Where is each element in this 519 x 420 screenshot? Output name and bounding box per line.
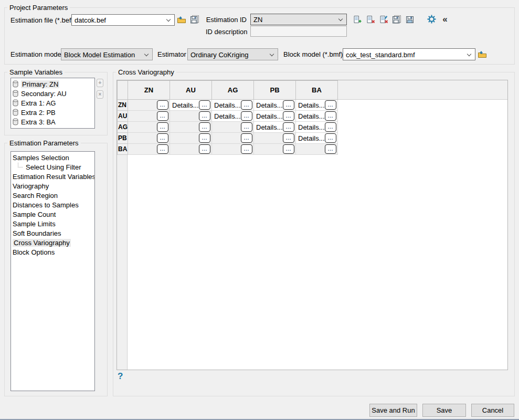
save-file-icon[interactable] [190, 15, 199, 24]
sample-variables-list: Primary: ZNSecondary: AUExtra 1: AGExtra… [10, 78, 95, 129]
variogram-edit-button-zn-ba[interactable]: ... [325, 100, 336, 110]
delete-id-icon[interactable] [366, 15, 375, 24]
help-icon[interactable]: ? [118, 371, 123, 382]
variogram-edit-button-ag-zn[interactable]: ... [157, 122, 168, 132]
collapse-icon[interactable]: « [440, 15, 450, 24]
add-id-icon[interactable] [353, 15, 362, 24]
sample-variable-label: Extra 3: BA [21, 118, 56, 126]
details-label: Details... [298, 123, 325, 131]
id-description-input[interactable] [250, 26, 347, 37]
remove-variable-button[interactable]: × [97, 90, 103, 99]
variogram-edit-button-ba-ba[interactable]: ... [325, 144, 336, 154]
variogram-edit-button-zn-au[interactable]: ... [199, 100, 210, 110]
database-icon [13, 90, 18, 97]
sample-variable-item[interactable]: Extra 3: BA [11, 117, 94, 127]
sample-variable-label: Extra 1: AG [21, 99, 56, 107]
variogram-edit-button-ag-pb[interactable]: ... [283, 122, 294, 132]
duplicate-id-icon[interactable] [379, 15, 388, 24]
variogram-edit-button-pb-pb[interactable]: ... [283, 133, 294, 143]
estimation-id-combo[interactable]: ZN [250, 14, 347, 25]
variogram-edit-button-pb-ba[interactable]: ... [325, 133, 336, 143]
variogram-edit-button-au-pb[interactable]: ... [283, 111, 294, 121]
estimation-parameter-item[interactable]: Block Options [11, 247, 94, 257]
estimation-dialog: Project Parameters Sample Variables Esti… [0, 0, 519, 420]
cancel-button[interactable]: Cancel [471, 404, 514, 417]
variogram-edit-button-zn-ag[interactable]: ... [241, 100, 252, 110]
variogram-edit-button-pb-au[interactable]: ... [199, 133, 210, 143]
variogram-edit-button-ag-ag[interactable]: ... [241, 122, 252, 132]
matrix-row-header-zn: ZN [118, 100, 128, 111]
estimation-parameter-item[interactable]: Distances to Samples [11, 200, 94, 209]
save-id-as-icon[interactable] [405, 15, 415, 24]
details-label: Details... [256, 101, 283, 109]
sample-variable-item[interactable]: Secondary: AU [11, 89, 94, 98]
estimation-parameter-item[interactable]: Soft Boundaries [11, 228, 94, 238]
details-label: Details... [298, 112, 325, 120]
variogram-edit-button-au-au[interactable]: ... [199, 111, 210, 121]
estimation-parameter-item[interactable]: Search Region [11, 191, 94, 200]
estimation-mode-combo[interactable]: Block Model Estimation [61, 48, 153, 60]
variogram-edit-button-ba-pb[interactable]: ... [283, 144, 294, 154]
save-id-icon[interactable] [392, 15, 401, 24]
estimation-parameter-label: Variography [13, 182, 49, 190]
estimation-parameter-item[interactable]: Cross Variography [11, 238, 94, 247]
estimation-parameter-item[interactable]: Samples Selection [11, 153, 94, 162]
database-icon [13, 80, 18, 88]
sample-variable-item[interactable]: Extra 2: PB [11, 108, 94, 117]
estimation-parameter-label: Block Options [13, 248, 55, 256]
variogram-edit-button-pb-ag[interactable]: ... [241, 133, 252, 143]
matrix-cell-au-zn: ... [128, 111, 170, 122]
open-folder-icon[interactable] [177, 15, 186, 24]
details-label: Details... [214, 112, 241, 120]
chevron-down-icon [166, 17, 171, 22]
variogram-edit-button-au-ag[interactable]: ... [241, 111, 252, 121]
variogram-edit-button-ag-au[interactable]: ... [199, 122, 210, 132]
variogram-edit-button-au-ba[interactable]: ... [325, 111, 336, 121]
chevron-down-icon [144, 52, 149, 56]
matrix-cell-pb-pb: ... [254, 133, 296, 144]
variogram-edit-button-pb-zn[interactable]: ... [157, 133, 168, 143]
estimation-parameter-item[interactable]: Sample Count [11, 209, 94, 219]
sample-variable-label: Extra 2: PB [21, 109, 56, 117]
variogram-edit-button-zn-zn[interactable]: ... [157, 100, 168, 110]
details-label: Details... [298, 101, 325, 109]
variogram-edit-button-au-zn[interactable]: ... [157, 111, 168, 121]
matrix-cell-pb-ag: ... [212, 133, 254, 144]
block-model-combo[interactable]: cok_test_standard.bmf [343, 48, 475, 60]
settings-icon[interactable] [427, 15, 436, 24]
estimator-combo[interactable]: Ordinary CoKriging [187, 48, 278, 60]
estimation-parameter-label: Search Region [13, 192, 58, 200]
matrix-cell-au-pb: Details...... [254, 111, 296, 122]
estimation-parameter-item[interactable]: Select Using Filter [11, 162, 94, 172]
estimator-label: Estimator [157, 50, 186, 59]
matrix-cell-ag-au: ... [170, 122, 212, 133]
matrix-cell-ba-pb: ... [254, 144, 296, 155]
variogram-edit-button-ba-au[interactable]: ... [199, 144, 210, 154]
variogram-edit-button-ba-ag[interactable]: ... [241, 144, 252, 154]
sample-variable-item[interactable]: Extra 1: AG [11, 98, 94, 108]
estimation-parameter-item[interactable]: Estimation Result Variables [11, 172, 94, 181]
matrix-col-header-au: AU [170, 81, 212, 100]
estimation-mode-value: Block Model Estimation [64, 50, 135, 58]
variogram-edit-button-ag-ba[interactable]: ... [325, 122, 336, 132]
open-folder-icon[interactable] [478, 50, 487, 59]
add-variable-button[interactable]: + [97, 79, 103, 87]
cross-variography-grid: ZNAUAGPBBAZN...Details......Details.....… [116, 80, 508, 370]
save-button[interactable]: Save [422, 404, 466, 417]
details-label: Details... [256, 123, 283, 131]
variogram-edit-button-zn-pb[interactable]: ... [283, 100, 294, 110]
estimation-parameter-label: Estimation Result Variables [13, 173, 95, 181]
variogram-edit-button-ba-zn[interactable]: ... [157, 144, 168, 154]
matrix-cell-zn-ag: Details...... [212, 100, 254, 111]
matrix-cell-zn-ba: Details...... [296, 100, 338, 111]
sample-variable-item[interactable]: Primary: ZN [11, 79, 94, 89]
save-and-run-button[interactable]: Save and Run [369, 404, 417, 417]
matrix-cell-pb-ba: Details...... [296, 133, 338, 144]
cross-variography-matrix: ZNAUAGPBBAZN...Details......Details.....… [117, 80, 338, 155]
details-label: Details... [172, 101, 199, 109]
estimation-parameter-label: Sample Count [13, 211, 56, 218]
estimation-parameter-item[interactable]: Variography [11, 181, 94, 191]
id-description-label: ID description [206, 28, 247, 36]
estimation-parameter-item[interactable]: Sample Limits [11, 219, 94, 228]
estimation-file-combo[interactable]: datcok.bef [71, 14, 175, 26]
